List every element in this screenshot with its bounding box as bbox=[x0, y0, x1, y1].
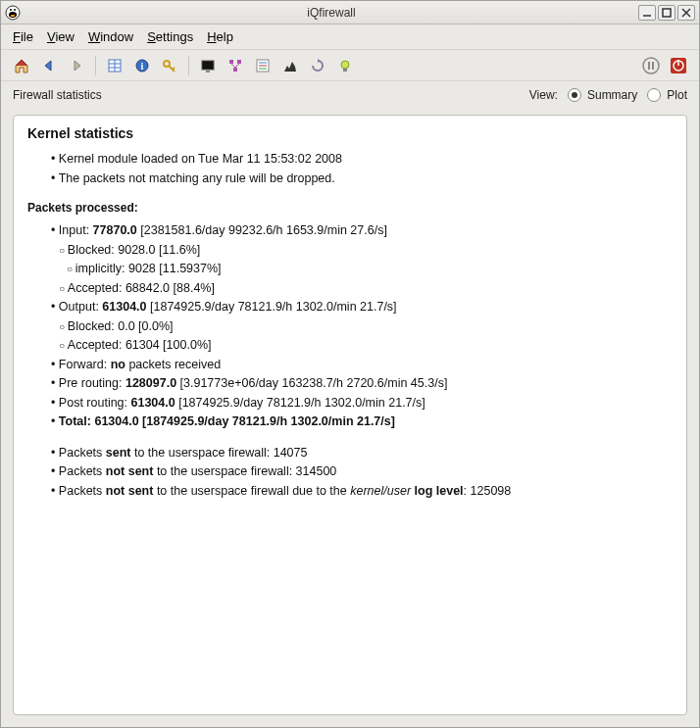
output-line: Output: 61304.0 [1874925.9/day 78121.9/h… bbox=[51, 299, 673, 316]
power-button[interactable] bbox=[668, 55, 689, 76]
menu-view[interactable]: View bbox=[47, 29, 75, 44]
menu-file[interactable]: File bbox=[13, 29, 33, 44]
key-button[interactable] bbox=[159, 55, 180, 76]
svg-rect-16 bbox=[206, 71, 210, 73]
chart-button[interactable] bbox=[279, 55, 301, 76]
input-implicitly-line: implicitly: 9028 [11.5937%] bbox=[67, 261, 673, 278]
svg-rect-17 bbox=[229, 60, 233, 64]
view-row: Firewall statistics View: Summary Plot bbox=[1, 81, 699, 109]
monitor-button[interactable] bbox=[197, 55, 219, 76]
table-button[interactable] bbox=[104, 55, 125, 76]
network-button[interactable] bbox=[225, 55, 246, 76]
maximize-button[interactable] bbox=[658, 5, 675, 21]
radio-plot[interactable] bbox=[647, 88, 661, 102]
output-blocked-line: Blocked: 0.0 [0.0%] bbox=[59, 318, 673, 336]
notsent1-line: Packets not sent to the userspace firewa… bbox=[51, 463, 673, 481]
svg-rect-5 bbox=[663, 9, 671, 17]
svg-point-2 bbox=[10, 9, 12, 11]
window-buttons bbox=[638, 5, 695, 21]
postrouting-line: Post routing: 61304.0 [1874925.9/day 781… bbox=[51, 395, 673, 413]
prerouting-line: Pre routing: 128097.0 [3.91773e+06/day 1… bbox=[51, 375, 673, 393]
bulb-button[interactable] bbox=[334, 55, 356, 76]
radio-summary-label[interactable]: Summary bbox=[587, 88, 637, 102]
close-button[interactable] bbox=[677, 5, 695, 21]
content-pane: Kernel statistics Kernel module loaded o… bbox=[13, 115, 687, 715]
separator bbox=[95, 56, 96, 75]
page-label: Firewall statistics bbox=[13, 88, 102, 102]
radio-summary[interactable] bbox=[568, 88, 581, 102]
svg-point-3 bbox=[14, 9, 16, 11]
kernel-loaded-line: Kernel module loaded on Tue Mar 11 15:53… bbox=[51, 151, 673, 169]
pause-button[interactable] bbox=[640, 55, 662, 76]
menubar: File View Window Settings Help bbox=[1, 24, 699, 50]
total-line: Total: 61304.0 [1874925.9/day 78121.9/h … bbox=[51, 413, 673, 431]
output-accepted-line: Accepted: 61304 [100.0%] bbox=[59, 337, 673, 355]
svg-rect-15 bbox=[202, 61, 214, 70]
input-line: Input: 77870.0 [2381581.6/day 99232.6/h … bbox=[51, 222, 673, 240]
titlebar: iQfirewall bbox=[1, 1, 699, 24]
svg-rect-28 bbox=[652, 62, 654, 70]
app-window: iQfirewall File View Window Settings Hel… bbox=[0, 0, 700, 728]
info-button[interactable]: i bbox=[131, 55, 153, 76]
app-icon bbox=[5, 5, 21, 21]
toolbar: i bbox=[1, 50, 699, 81]
input-accepted-line: Accepted: 68842.0 [88.4%] bbox=[59, 280, 673, 298]
svg-rect-19 bbox=[233, 68, 237, 72]
svg-text:i: i bbox=[141, 61, 144, 72]
svg-point-24 bbox=[341, 61, 349, 69]
input-blocked-line: Blocked: 9028.0 [11.6%] bbox=[59, 242, 673, 260]
svg-rect-27 bbox=[648, 62, 650, 70]
list-button[interactable] bbox=[252, 55, 274, 76]
stats-heading: Kernel statistics bbox=[27, 125, 673, 141]
window-title: iQfirewall bbox=[25, 6, 638, 20]
reload-button[interactable] bbox=[307, 55, 328, 76]
forward-button[interactable] bbox=[66, 55, 87, 76]
separator bbox=[188, 56, 189, 75]
packets-processed-label: Packets processed: bbox=[27, 201, 673, 215]
minimize-button[interactable] bbox=[638, 5, 656, 21]
view-label: View: bbox=[529, 88, 558, 102]
not-matching-line: The packets not matching any rule will b… bbox=[51, 170, 673, 188]
menu-help[interactable]: Help bbox=[207, 29, 233, 44]
home-button[interactable] bbox=[11, 55, 32, 76]
menu-window[interactable]: Window bbox=[88, 29, 133, 44]
sent-line: Packets sent to the userspace firewall: … bbox=[51, 445, 673, 462]
menu-settings[interactable]: Settings bbox=[147, 29, 193, 44]
forward-line: Forward: no packets received bbox=[51, 357, 673, 374]
svg-rect-25 bbox=[343, 69, 347, 72]
svg-point-26 bbox=[643, 58, 659, 73]
notsent2-line: Packets not sent to the userspace firewa… bbox=[51, 483, 673, 501]
svg-rect-18 bbox=[237, 60, 241, 64]
back-button[interactable] bbox=[38, 55, 60, 76]
radio-plot-label[interactable]: Plot bbox=[667, 88, 687, 102]
